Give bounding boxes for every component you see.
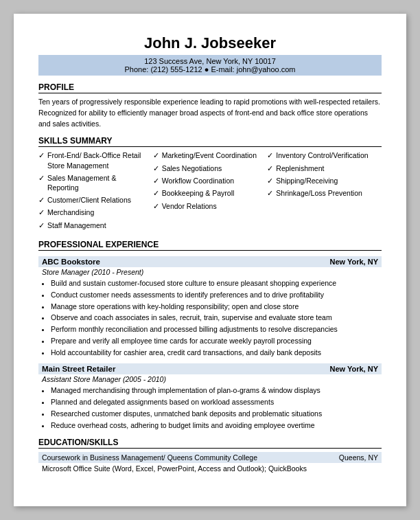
skill-label: Vendor Relations [162, 201, 217, 212]
job-bullets-2: Managed merchandising through implementa… [38, 385, 382, 431]
edu-row-1: Coursework in Business Management/ Queen… [38, 452, 382, 463]
profile-section: PROFILE Ten years of progressively respo… [38, 82, 382, 129]
skill-label: Workflow Coordination [162, 176, 234, 186]
check-icon: ✓ [267, 163, 273, 174]
skill-item: ✓Vendor Relations [153, 201, 262, 212]
check-icon: ✓ [38, 221, 45, 231]
skill-item: ✓Workflow Coordination [153, 176, 262, 186]
job-title-row-1: Store Manager (2010 - Present) [38, 267, 382, 277]
job-bullets-1: Build and sustain customer-focused store… [38, 278, 382, 358]
check-icon: ✓ [153, 201, 159, 212]
check-icon: ✓ [38, 173, 45, 183]
edu-course: Coursework in Business Management/ Queen… [42, 453, 257, 462]
company-location-1: New York, NY [329, 258, 378, 266]
check-icon: ✓ [153, 188, 159, 199]
bullet-item: Build and sustain customer-focused store… [51, 278, 382, 289]
skill-label: Sales Negotiations [162, 163, 222, 174]
skill-label: Sales Management & Reporting [47, 173, 148, 193]
edu-detail: Microsoft Office Suite (Word, Excel, Pow… [38, 463, 382, 474]
experience-section: PROFESSIONAL EXPERIENCE ABC Bookstore Ne… [38, 240, 382, 431]
skill-item: ✓Replenishment [267, 163, 376, 174]
bullet-item: Researched customer disputes, unmatched … [51, 409, 382, 420]
skill-item: ✓Merchandising [38, 207, 148, 218]
skill-item: ✓Shipping/Receiving [267, 176, 376, 186]
check-icon: ✓ [267, 150, 273, 161]
skills-grid: ✓Front-End/ Back-Office Retail Store Man… [38, 150, 382, 233]
profile-title: PROFILE [38, 82, 382, 93]
check-icon: ✓ [153, 150, 159, 161]
skill-item: ✓Front-End/ Back-Office Retail Store Man… [38, 150, 148, 170]
company-name-1: ABC Bookstore [42, 258, 100, 266]
check-icon: ✓ [153, 163, 159, 174]
job-title-row-2: Assistant Store Manager (2005 - 2010) [38, 374, 382, 384]
bullet-separator: ● [202, 65, 211, 74]
skill-label: Inventory Control/Verification [276, 150, 368, 161]
bullet-item: Conduct customer needs assessments to id… [51, 290, 382, 301]
bullet-item: Reduce overhead costs, adhering to budge… [51, 420, 382, 431]
bullet-item: Hold accountability for cashier area, cr… [51, 348, 382, 359]
skill-label: Front-End/ Back-Office Retail Store Mana… [47, 150, 148, 170]
skill-item: ✓Marketing/Event Coordination [153, 150, 262, 161]
edu-location: Queens, NY [339, 453, 378, 462]
skills-title: SKILLS SUMMARY [38, 136, 382, 147]
job-company-row-2: Main Street Retailer New York, NY [38, 363, 382, 374]
skill-label: Marketing/Event Coordination [162, 150, 257, 161]
skills-col-1: ✓Front-End/ Back-Office Retail Store Man… [38, 150, 153, 233]
header-section: John J. Jobseeker 123 Success Ave, New Y… [38, 34, 382, 76]
check-icon: ✓ [38, 207, 45, 218]
skill-item: ✓Customer/Client Relations [38, 195, 148, 205]
bullet-item: Observe and coach associates in sales, r… [51, 313, 382, 324]
address: 123 Success Ave, New York, NY 10017 [144, 57, 276, 65]
bullet-item: Perform monthly reconciliation and proce… [51, 324, 382, 335]
check-icon: ✓ [153, 176, 159, 186]
skill-item: ✓Inventory Control/Verification [267, 150, 376, 161]
profile-text: Ten years of progressively responsible e… [38, 97, 382, 129]
bullet-item: Manage store operations with key-holding… [51, 302, 382, 313]
company-location-2: New York, NY [329, 365, 378, 373]
skill-item: ✓Sales Management & Reporting [38, 173, 148, 193]
skills-col-2: ✓Marketing/Event Coordination ✓Sales Neg… [153, 150, 268, 233]
skill-label: Replenishment [276, 163, 324, 174]
skill-item: ✓Shrinkage/Loss Prevention [267, 188, 376, 199]
skills-section: SKILLS SUMMARY ✓Front-End/ Back-Office R… [38, 136, 382, 233]
skill-label: Staff Management [47, 221, 106, 231]
bullet-item: Planned and delegated assignments based … [51, 397, 382, 408]
check-icon: ✓ [38, 195, 45, 205]
skill-item: ✓Staff Management [38, 221, 148, 231]
skill-label: Shrinkage/Loss Prevention [276, 188, 362, 199]
skill-label: Merchandising [47, 207, 94, 218]
email: E-mail: john@yahoo.com [211, 65, 295, 74]
bullet-item: Prepare and verify all employee time car… [51, 336, 382, 347]
bullet-item: Managed merchandising through implementa… [51, 385, 382, 396]
company-name-2: Main Street Retailer [42, 365, 115, 373]
contact-bar: 123 Success Ave, New York, NY 10017 Phon… [38, 55, 382, 76]
check-icon: ✓ [267, 176, 273, 186]
skill-item: ✓Sales Negotiations [153, 163, 262, 174]
skills-col-3: ✓Inventory Control/Verification ✓Repleni… [267, 150, 382, 233]
experience-title: PROFESSIONAL EXPERIENCE [38, 240, 382, 251]
skill-item: ✓Bookkeeping & Payroll [153, 188, 262, 199]
education-title: EDUCATION/SKILLS [38, 438, 382, 449]
resume-page: John J. Jobseeker 123 Success Ave, New Y… [14, 14, 406, 506]
skill-label: Bookkeeping & Payroll [162, 188, 235, 199]
candidate-name: John J. Jobseeker [38, 34, 382, 52]
job-company-row-1: ABC Bookstore New York, NY [38, 256, 382, 267]
check-icon: ✓ [267, 188, 273, 199]
skill-label: Customer/Client Relations [47, 195, 131, 205]
phone: Phone: (212) 555-1212 [125, 65, 202, 74]
skill-label: Shipping/Receiving [276, 176, 338, 186]
education-section: EDUCATION/SKILLS Coursework in Business … [38, 438, 382, 474]
check-icon: ✓ [38, 150, 45, 161]
